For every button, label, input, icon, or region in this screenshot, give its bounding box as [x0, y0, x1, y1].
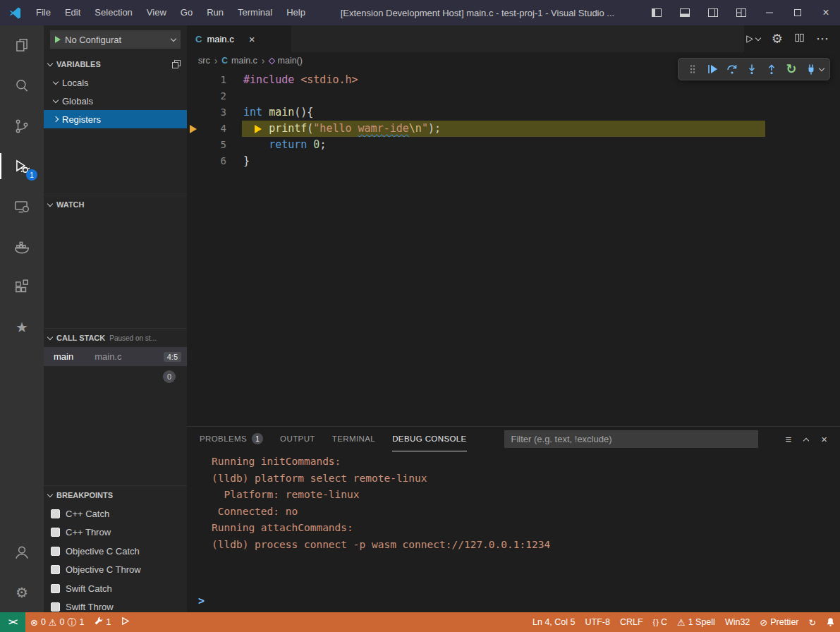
- breakpoint-row[interactable]: Swift Catch: [44, 579, 187, 598]
- toolbar-drag-handle[interactable]: [684, 61, 701, 78]
- close-tab-icon[interactable]: ×: [249, 33, 255, 45]
- breakpoint-row[interactable]: Objective C Catch: [44, 542, 187, 561]
- panel-tab-debug-console[interactable]: DEBUG CONSOLE: [392, 427, 467, 451]
- breakpoint-checkbox[interactable]: [51, 528, 60, 537]
- cursor-position[interactable]: Ln 4, Col 5: [528, 612, 580, 632]
- account-icon[interactable]: [0, 532, 44, 572]
- breakpoint-row[interactable]: Swift Throw: [44, 598, 187, 613]
- docker-icon[interactable]: [0, 226, 44, 267]
- breakpoint-row[interactable]: Objective C Throw: [44, 561, 187, 580]
- start-debug-icon[interactable]: [55, 36, 61, 43]
- menu-edit[interactable]: Edit: [58, 0, 87, 25]
- toggle-primary-sidebar-icon[interactable]: [643, 0, 671, 25]
- menu-terminal[interactable]: Terminal: [231, 0, 279, 25]
- source-control-icon[interactable]: [0, 106, 44, 146]
- code-text[interactable]: }: [243, 153, 250, 169]
- settings-gear-icon[interactable]: ⚙: [0, 572, 44, 612]
- variables-item-globals[interactable]: Globals: [44, 92, 187, 110]
- breakpoint-gutter[interactable]: [187, 153, 202, 169]
- step-into-icon[interactable]: [743, 61, 760, 78]
- menu-view[interactable]: View: [140, 0, 174, 25]
- toggle-panel-icon[interactable]: [671, 0, 699, 25]
- filter-input[interactable]: [504, 430, 758, 448]
- sync-icon[interactable]: ↻: [804, 612, 821, 632]
- menu-selection[interactable]: Selection: [87, 0, 139, 25]
- breakpoint-row[interactable]: C++ Throw: [44, 523, 187, 542]
- minimize-button[interactable]: [755, 0, 784, 25]
- encoding-status[interactable]: UTF-8: [580, 612, 614, 632]
- watch-header[interactable]: WATCH: [44, 195, 187, 214]
- debug-status[interactable]: [116, 612, 135, 632]
- variables-item-registers[interactable]: Registers: [44, 110, 187, 128]
- breakpoint-checkbox[interactable]: [51, 602, 60, 612]
- breakpoint-gutter[interactable]: [187, 137, 202, 153]
- search-icon[interactable]: [0, 66, 44, 106]
- menu-file[interactable]: File: [29, 0, 58, 25]
- call-stack-header[interactable]: CALL STACK Paused on st...: [44, 329, 187, 347]
- maximize-button[interactable]: [784, 0, 812, 25]
- continue-icon[interactable]: [704, 61, 721, 78]
- menu-help[interactable]: Help: [279, 0, 312, 25]
- tools-status[interactable]: 1: [89, 612, 116, 632]
- restart-icon[interactable]: ↻: [783, 61, 800, 78]
- remote-indicator[interactable]: ><: [0, 612, 25, 632]
- code-text[interactable]: int main(){: [243, 104, 313, 121]
- run-file-button[interactable]: [744, 34, 760, 44]
- close-button[interactable]: ×: [812, 0, 840, 25]
- language-status[interactable]: { } C: [648, 612, 672, 632]
- panel-tab-terminal[interactable]: TERMINAL: [332, 427, 375, 451]
- breakpoints-header[interactable]: BREAKPOINTS: [44, 486, 187, 504]
- breadcrumb-src[interactable]: src: [198, 56, 210, 66]
- variables-item-locals[interactable]: Locals: [44, 73, 187, 92]
- extensions-icon[interactable]: [0, 267, 44, 307]
- stack-frame-row[interactable]: main main.c 4:5: [44, 347, 187, 366]
- settings-gear-icon[interactable]: ⚙: [772, 32, 783, 45]
- run-and-debug-icon[interactable]: 1: [0, 146, 44, 186]
- step-out-icon[interactable]: [763, 61, 780, 78]
- breadcrumb-main[interactable]: main(): [269, 56, 303, 66]
- breakpoint-gutter[interactable]: [187, 104, 202, 121]
- split-editor-icon[interactable]: [794, 32, 805, 45]
- filter-icon[interactable]: ≡: [785, 434, 791, 444]
- tab-main-c[interactable]: C main.c ×: [187, 25, 291, 52]
- formatter-status[interactable]: ⊘ Prettier: [755, 612, 803, 632]
- explorer-icon[interactable]: [0, 25, 44, 66]
- code-text[interactable]: printf("hello wamr-ide\n");: [243, 121, 441, 137]
- code-text[interactable]: return 0;: [243, 137, 326, 153]
- code-editor[interactable]: 1#include <stdio.h>23int main(){4 printf…: [187, 69, 840, 426]
- breakpoint-checkbox[interactable]: [51, 547, 60, 556]
- chevron-down-icon[interactable]: [819, 65, 824, 71]
- menu-go[interactable]: Go: [174, 0, 200, 25]
- breadcrumb-mainc[interactable]: Cmain.c: [221, 56, 257, 66]
- breakpoint-row[interactable]: C++ Catch: [44, 504, 187, 523]
- breakpoint-checkbox[interactable]: [51, 509, 60, 518]
- console-prompt[interactable]: >: [198, 595, 205, 607]
- eol-status[interactable]: CRLF: [615, 612, 648, 632]
- step-over-icon[interactable]: [724, 61, 741, 78]
- disconnect-icon[interactable]: [803, 61, 820, 78]
- debug-config-dropdown[interactable]: No Configurat: [50, 30, 181, 49]
- toggle-secondary-sidebar-icon[interactable]: [699, 0, 727, 25]
- panel-tab-output[interactable]: OUTPUT: [280, 427, 315, 451]
- breakpoint-gutter[interactable]: [187, 121, 202, 137]
- customize-layout-icon[interactable]: [727, 0, 755, 25]
- platform-status[interactable]: Win32: [720, 612, 755, 632]
- variables-header[interactable]: VARIABLES: [44, 55, 187, 73]
- code-text[interactable]: #include <stdio.h>: [243, 72, 358, 88]
- bell-icon[interactable]: [821, 612, 840, 632]
- spell-status[interactable]: ⚠ 1 Spell: [672, 612, 720, 632]
- code-line-5: 5 return 0;: [187, 137, 840, 153]
- remote-explorer-icon[interactable]: [0, 186, 44, 226]
- breakpoint-gutter[interactable]: [187, 88, 202, 104]
- close-panel-icon[interactable]: ×: [821, 434, 827, 444]
- breakpoint-gutter[interactable]: [187, 72, 202, 88]
- breakpoint-checkbox[interactable]: [51, 565, 60, 574]
- problems-status[interactable]: ⊗ 0 ⚠ 0 ⓘ 1: [25, 612, 89, 632]
- maximize-panel-icon[interactable]: [803, 437, 809, 443]
- panel-tab-problems[interactable]: PROBLEMS1: [200, 427, 263, 451]
- more-actions-icon[interactable]: ⋯: [816, 32, 829, 45]
- variables-view-icon[interactable]: [171, 59, 181, 69]
- star-icon[interactable]: ★: [0, 307, 44, 347]
- menu-run[interactable]: Run: [200, 0, 231, 25]
- breakpoint-checkbox[interactable]: [51, 584, 60, 593]
